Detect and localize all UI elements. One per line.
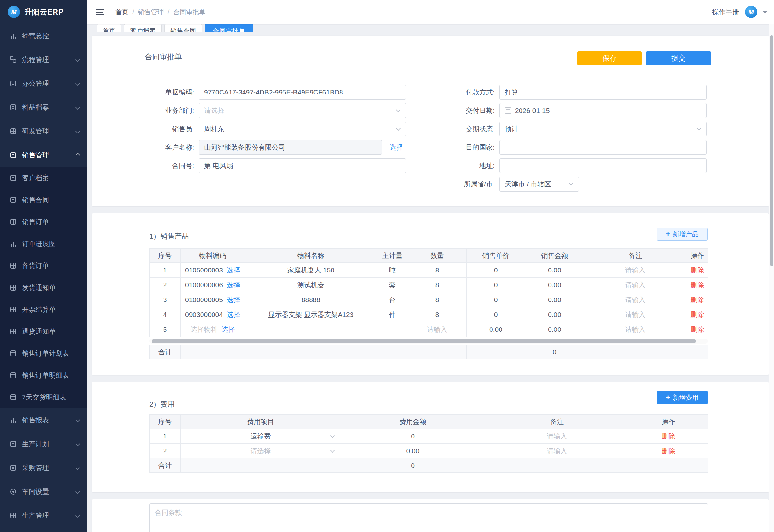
material-select-link[interactable]: 选择 [227,310,240,319]
sidebar-item-order-progress[interactable]: 订单进度图 [0,233,87,255]
tab-home[interactable]: 首页 [97,24,121,32]
avatar[interactable]: M [745,6,757,18]
salesperson-select[interactable]: 周桂东 [199,122,406,136]
sidebar-item-stock-prep-order[interactable]: 备货订单 [0,255,87,277]
note-input[interactable]: 请输入 [625,326,646,333]
sidebar: M 升阳云ERP 经营总控 流程管理 办公管理 料品档案 研发管理 销售管理 客… [0,0,87,532]
sidebar-item-purchase-mgmt[interactable]: 采购管理 [0,456,87,480]
cell-price[interactable]: 0 [467,278,525,292]
tab-customer-files[interactable]: 客户档案 [124,24,162,32]
cell-price[interactable]: 0 [467,263,525,278]
submit-button[interactable]: 提交 [646,51,711,65]
vertical-scrollbar-thumb[interactable] [770,35,773,266]
qty-input[interactable]: 请输入 [427,326,447,333]
expense-item-select[interactable]: 请选择 [182,444,339,458]
col-unit: 主计量 [377,249,408,263]
dest-country-input[interactable] [499,140,707,155]
breadcrumb-sales-mgmt[interactable]: 销售管理 [138,8,164,16]
sidebar-item-sales-order-plan[interactable]: 销售订单计划表 [0,342,87,364]
sidebar-item-rd-mgmt[interactable]: 研发管理 [0,119,87,143]
vertical-scrollbar [769,24,774,532]
breadcrumb-home[interactable]: 首页 [115,8,128,16]
delete-row-link[interactable]: 删除 [662,432,675,440]
chevron-down-icon [75,105,80,110]
hamburger-menu-icon[interactable] [96,9,104,15]
expenses-table: 序号 费用项目 费用金额 备注 操作 1 运输费 0 请输入 删除 [149,414,708,473]
cell-qty[interactable]: 8 [408,292,467,307]
doc-code-input[interactable] [199,85,406,100]
cell-qty[interactable]: 8 [408,307,467,322]
material-select-link[interactable]: 选择 [227,295,240,304]
sidebar-item-seven-day-delivery[interactable]: 7天交货明细表 [0,386,87,408]
delete-row-link[interactable]: 删除 [691,281,704,289]
note-input[interactable]: 请输入 [625,266,646,274]
department-select[interactable]: 请选择 [199,103,406,118]
sidebar-item-return-notice[interactable]: 退货通知单 [0,320,87,342]
cell-code-value: 0105000003 [185,266,223,274]
customer-name-input[interactable]: 山河智能装备股份有限公司 [199,140,382,155]
chart-icon [10,240,17,247]
sidebar-item-sales-contract[interactable]: 销售合同 [0,189,87,211]
province-select[interactable]: 天津市 / 市辖区 [499,177,579,192]
material-select-link[interactable]: 选择 [227,266,240,275]
payment-input[interactable] [499,85,707,100]
tab-sales-contract[interactable]: 销售合同 [164,24,202,32]
delete-row-link[interactable]: 删除 [691,266,704,274]
delivery-date-input[interactable]: 2026-01-15 [499,103,707,118]
total-amount: 0 [341,458,485,473]
note-input[interactable]: 请输入 [625,311,646,318]
sidebar-item-material-files[interactable]: 料品档案 [0,95,87,119]
sidebar-item-sales-mgmt[interactable]: 销售管理 [0,143,87,167]
contract-terms-textarea[interactable] [149,503,708,532]
customer-select-link[interactable]: 选择 [390,143,403,152]
add-product-button[interactable]: + 新增产品 [657,228,708,241]
note-input[interactable]: 请输入 [547,447,567,455]
sidebar-item-sales-report[interactable]: 销售报表 [0,408,87,432]
cell-expense-amount[interactable]: 0 [341,429,485,444]
cell-qty[interactable]: 8 [408,263,467,278]
add-expense-button[interactable]: + 新增费用 [657,391,708,404]
expense-item-select[interactable]: 运输费 [182,429,339,443]
expenses-total-row: 合计 0 [150,458,708,473]
contract-no-input[interactable] [199,158,406,173]
note-input[interactable]: 请输入 [547,432,567,440]
sidebar-item-sales-order-detail[interactable]: 销售订单明细表 [0,364,87,386]
delete-row-link[interactable]: 删除 [691,326,704,333]
sidebar-item-production-mgmt[interactable]: 生产管理 [0,504,87,527]
delivery-date-value: 2026-01-15 [515,107,550,114]
address-input[interactable] [499,158,707,173]
cell-price[interactable]: 0.00 [467,322,525,337]
tab-contract-approval[interactable]: 合同审批单 [205,24,253,32]
chevron-down-icon [569,181,573,186]
material-select-link[interactable]: 选择 [222,325,235,334]
sidebar-item-outsourcing-mgmt[interactable]: 委外管理 [0,527,87,532]
sidebar-item-office-mgmt[interactable]: 办公管理 [0,72,87,95]
delete-row-link[interactable]: 删除 [691,296,704,303]
col-amount: 销售金额 [525,249,584,263]
chevron-down-icon[interactable] [763,11,767,15]
material-select-link[interactable]: 选择 [227,281,240,290]
material-placeholder[interactable]: 选择物料 [191,325,218,334]
delete-row-link[interactable]: 删除 [662,447,675,455]
cell-price[interactable]: 0 [467,307,525,322]
note-input[interactable]: 请输入 [625,296,646,303]
cell-seq: 4 [150,307,181,322]
delete-row-link[interactable]: 删除 [691,311,704,318]
sidebar-item-process-mgmt[interactable]: 流程管理 [0,48,87,72]
note-input[interactable]: 请输入 [625,281,646,289]
sidebar-item-workshop-settings[interactable]: 车间设置 [0,480,87,504]
sidebar-item-invoice-settlement[interactable]: 开票结算单 [0,299,87,320]
save-button[interactable]: 保存 [577,51,642,65]
horizontal-scrollbar-thumb[interactable] [152,339,696,343]
cell-expense-amount[interactable]: 0.00 [341,444,485,458]
manual-link[interactable]: 操作手册 [712,7,739,16]
cell-material-name: 家庭机器人 150 [245,263,377,278]
cell-price[interactable]: 0 [467,292,525,307]
cell-qty[interactable]: 8 [408,278,467,292]
delivery-status-select[interactable]: 预计 [499,122,707,136]
sidebar-item-sales-order[interactable]: 销售订单 [0,211,87,233]
sidebar-item-delivery-notice[interactable]: 发货通知单 [0,277,87,299]
sidebar-item-business-overview[interactable]: 经营总控 [0,24,87,48]
sidebar-item-production-plan[interactable]: 生产计划 [0,432,87,456]
sidebar-item-customer-files[interactable]: 客户档案 [0,167,87,189]
